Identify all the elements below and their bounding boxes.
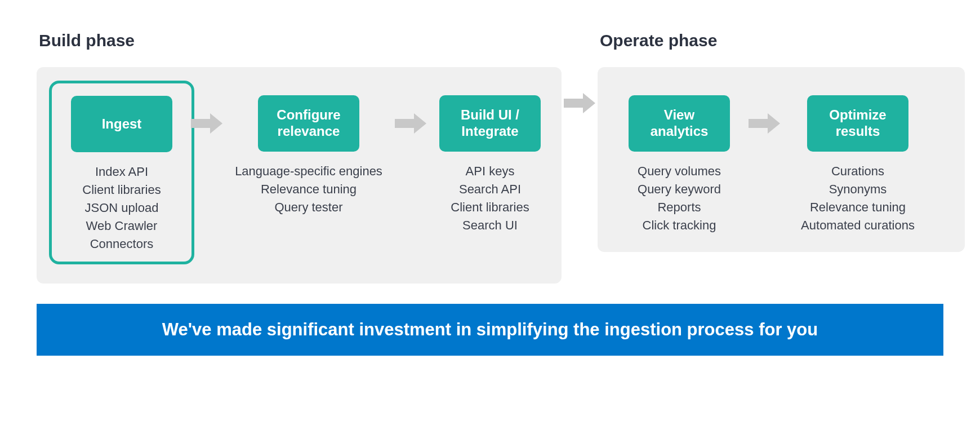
list-item: Query tester (274, 200, 342, 215)
build-panel: Ingest Index API Client libraries JSON u… (37, 67, 562, 284)
build-phase: Build phase Ingest Index API Client libr… (37, 31, 562, 284)
phases-row: Build phase Ingest Index API Client libr… (37, 31, 943, 284)
step-ingest-highlight: Ingest Index API Client libraries JSON u… (49, 81, 194, 264)
list-item: JSON upload (85, 201, 159, 215)
list-item: Query keyword (638, 182, 721, 197)
step-configure: Configure relevance Language-specific en… (227, 81, 390, 215)
list-item: Search API (459, 182, 521, 197)
step-analytics: View analytics Query volumes Query keywo… (614, 81, 744, 233)
step-configure-box: Configure relevance (258, 95, 359, 152)
operate-phase: Operate phase View analytics Query volum… (598, 31, 965, 252)
arrow-icon (744, 95, 785, 152)
list-item: Web Crawler (86, 219, 158, 233)
step-analytics-items: Query volumes Query keyword Reports Clic… (638, 164, 721, 233)
list-item: Synonyms (829, 182, 887, 197)
list-item: Language-specific engines (235, 164, 382, 179)
build-phase-title: Build phase (37, 31, 562, 50)
list-item: Click tracking (643, 218, 716, 233)
step-optimize-box: Optimize results (807, 95, 908, 152)
list-item: Connectors (90, 237, 154, 251)
step-optimize: Optimize results Curations Synonyms Rele… (785, 81, 931, 233)
step-ingest-box: Ingest (71, 96, 172, 152)
step-ingest-items: Index API Client libraries JSON upload W… (82, 165, 161, 251)
list-item: Relevance tuning (261, 182, 357, 197)
arrow-icon (390, 95, 431, 152)
operate-panel: View analytics Query volumes Query keywo… (598, 67, 965, 252)
list-item: API keys (466, 164, 515, 179)
step-buildui-box: Build UI / Integrate (439, 95, 541, 152)
list-item: Client libraries (82, 183, 161, 197)
step-configure-items: Language-specific engines Relevance tuni… (235, 164, 382, 215)
list-item: Client libraries (451, 200, 529, 215)
operate-phase-title: Operate phase (598, 31, 965, 50)
list-item: Query volumes (638, 164, 721, 179)
step-buildui-items: API keys Search API Client libraries Sea… (451, 164, 529, 233)
arrow-icon (564, 93, 595, 113)
arrow-icon (186, 95, 227, 152)
list-item: Index API (95, 165, 148, 179)
list-item: Automated curations (801, 218, 915, 233)
banner-message: We've made significant investment in sim… (37, 304, 943, 356)
list-item: Relevance tuning (810, 200, 906, 215)
step-buildui: Build UI / Integrate API keys Search API… (431, 81, 549, 233)
step-optimize-items: Curations Synonyms Relevance tuning Auto… (801, 164, 915, 233)
step-analytics-box: View analytics (629, 95, 730, 152)
list-item: Reports (657, 200, 701, 215)
list-item: Curations (831, 164, 884, 179)
list-item: Search UI (462, 218, 518, 233)
